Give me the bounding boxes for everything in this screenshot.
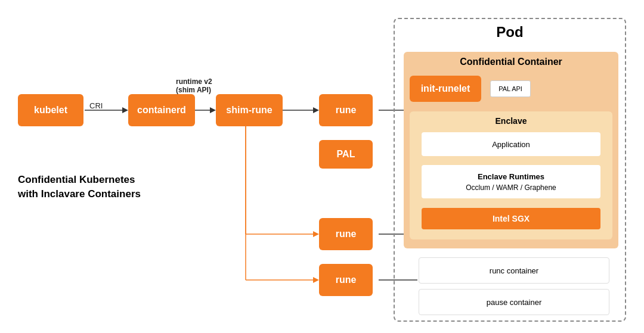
- cri-label: CRI: [89, 101, 103, 110]
- application-box: Application: [422, 132, 600, 156]
- rune3-box: rune: [319, 264, 373, 296]
- pod-container: Pod Confidential Container init-runelet …: [394, 18, 626, 322]
- conf-container-title: Confidential Container: [404, 57, 618, 67]
- enclave-runtimes-box: Enclave Runtimes Occlum / WAMR / Graphen…: [422, 165, 600, 198]
- init-runelet-box: init-runelet: [410, 76, 481, 102]
- pod-title: Pod: [395, 24, 625, 41]
- svg-marker-5: [313, 107, 319, 113]
- svg-marker-8: [313, 231, 319, 237]
- runtime-v2-label: runtime v2 (shim API): [176, 77, 212, 94]
- pause-container-box: pause container: [419, 289, 609, 315]
- runc-container-box: runc container: [419, 257, 609, 284]
- shim-rune-box: shim-rune: [216, 94, 283, 126]
- svg-marker-11: [313, 277, 319, 283]
- rune1-box: rune: [319, 94, 373, 126]
- pal-box: PAL: [319, 140, 373, 169]
- pal-api-box: PAL API: [490, 80, 531, 97]
- left-label: Confidential Kuberneteswith Inclavare Co…: [18, 173, 141, 201]
- diagram-container: Confidential Kuberneteswith Inclavare Co…: [0, 0, 644, 333]
- enclave-title: Enclave: [410, 116, 612, 126]
- conf-container: Confidential Container init-runelet PAL …: [404, 52, 618, 248]
- rune2-box: rune: [319, 218, 373, 250]
- svg-marker-1: [122, 107, 128, 113]
- containerd-box: containerd: [128, 94, 195, 126]
- enclave-box: Enclave Application Enclave Runtimes Occ…: [410, 111, 612, 239]
- intel-sgx-bar: Intel SGX: [422, 208, 600, 229]
- svg-marker-3: [210, 107, 216, 113]
- kubelet-box: kubelet: [18, 94, 83, 126]
